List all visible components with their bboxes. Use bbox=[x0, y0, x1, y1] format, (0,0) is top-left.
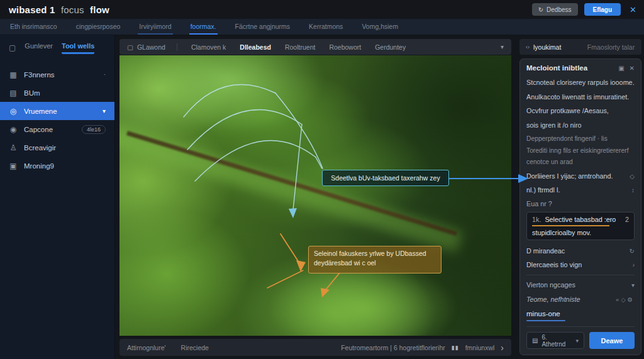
sidebar-item-1-label: BUm bbox=[24, 89, 40, 97]
toolbar-item-4[interactable]: Roebowort bbox=[329, 43, 361, 51]
close-icon[interactable]: ✕ bbox=[630, 5, 636, 14]
logo-part-2: focus bbox=[61, 4, 84, 15]
attachment-field[interactable]: ▤ 6. Athetrnd ▾ bbox=[526, 332, 584, 349]
toolbar-item-2-active[interactable]: Dlleabesd bbox=[240, 43, 271, 51]
blue-annotation-label[interactable]: Sdeetlva bUv-taksbaed taxerahw zey bbox=[322, 170, 449, 186]
panel-tab-1[interactable]: Fmaoslorty talar bbox=[580, 43, 641, 51]
card-divider bbox=[526, 275, 635, 275]
layers-icon: ▤ bbox=[9, 89, 18, 97]
primary-header-button-label: Eflagu bbox=[593, 6, 613, 13]
dot-indicator: · bbox=[104, 71, 106, 78]
logo-part-1: wibased 1 bbox=[9, 4, 55, 15]
card-dim-2: cenotce un arad bbox=[526, 158, 635, 166]
diamond-icon[interactable]: ◇ bbox=[630, 173, 635, 180]
sidebar-item-5[interactable]: ▣ Mroning9 bbox=[0, 157, 114, 175]
updown-icon[interactable]: ↕ bbox=[631, 187, 635, 194]
panel-tab-0-label: lyoukimat bbox=[533, 43, 561, 51]
inspector-card: Mecloiont inibtlea ▣ ✕ Stcnoteal clorise… bbox=[519, 58, 641, 355]
highlighted-entry-box[interactable]: 1k. Selective tabasbad :ero 2 stupidlcri… bbox=[526, 212, 635, 240]
orange-underline bbox=[532, 225, 609, 226]
database-button[interactable]: ↻ Dedbess bbox=[532, 3, 578, 16]
right-panel: ‹› lyoukimat Fmaoslorty talar Mecloiont … bbox=[516, 35, 644, 359]
sidebar-item-0[interactable]: ▦ F3nnerns · bbox=[0, 65, 114, 84]
card-row-2[interactable]: D mirandeac ↻ bbox=[526, 247, 635, 255]
statusbar-item-0[interactable]: Attirnognlure' bbox=[127, 344, 166, 351]
statusbar-item-1[interactable]: Rireciede bbox=[181, 344, 209, 351]
canvas-toolbar: ▢ GLawond Clamoven k Dlleabesd Rooltruen… bbox=[119, 39, 511, 55]
toolbar-item-3[interactable]: Rooltruent bbox=[285, 43, 315, 51]
sidebar-item-3-label: Capcone bbox=[24, 126, 53, 133]
calendar-icon: ▣ bbox=[9, 162, 18, 170]
nav-item-1[interactable]: cingpiesrposeo bbox=[75, 19, 122, 35]
header-actions: ↻ Dedbess Eflagu ✕ bbox=[532, 3, 636, 16]
sidebar-item-5-label: Mroning9 bbox=[24, 162, 54, 170]
folder-icon: ▢ bbox=[9, 43, 16, 52]
highlight-prefix: 1k. bbox=[532, 216, 541, 223]
pause-icon[interactable]: ▮▮ bbox=[452, 345, 459, 351]
sidebar-item-2-label: Vruemene bbox=[24, 108, 57, 115]
nav-item-6[interactable]: Vomg,hsiem bbox=[360, 19, 399, 35]
nav-item-2[interactable]: Irviryiimord bbox=[138, 19, 172, 35]
primary-header-button[interactable]: Eflagu bbox=[584, 3, 621, 16]
section-row-1[interactable]: Teome, nefhtniste «◇⚙ bbox=[526, 295, 635, 303]
chevron-right-small-icon[interactable]: › bbox=[633, 262, 635, 268]
card-paragraph-0: Stcnoteal cloriserey rarpuls iooome. bbox=[526, 78, 635, 87]
card-footer-divider bbox=[526, 326, 635, 327]
nav-item-5[interactable]: Kerratmons bbox=[308, 19, 344, 35]
toolbar-item-0[interactable]: ▢ GLawond bbox=[127, 43, 177, 51]
card-row-1[interactable]: nl.) ftrmdl l. ↕ bbox=[526, 186, 635, 194]
toolbar-item-5[interactable]: Gerduntey bbox=[375, 43, 406, 51]
logo-part-3: flow bbox=[90, 4, 109, 15]
section-tool-icons[interactable]: «◇⚙ bbox=[616, 296, 635, 303]
statusbar-right: Feutromeartorm | 6 hogretitflorierihr ▮▮… bbox=[341, 343, 504, 353]
highlight-count: 2 bbox=[625, 216, 629, 223]
statusbar-info: Feutromeartorm | 6 hogretitflorierihr bbox=[341, 344, 445, 351]
toolbar-item-1[interactable]: Clamoven k bbox=[191, 43, 226, 51]
nav-item-4[interactable]: Fäcrtne angjnurms bbox=[234, 19, 292, 35]
attachment-caret-icon: ▾ bbox=[575, 338, 579, 344]
main-nav: Eth insrimansco cingpiesrposeo Irviryiim… bbox=[0, 19, 644, 35]
card-row-1-label: nl.) ftrmdl l. bbox=[526, 186, 560, 194]
card-dim-0: Depperptendont fingenif · lis bbox=[526, 135, 635, 143]
section-row-0[interactable]: Vierton ngcages ▾ bbox=[526, 281, 635, 289]
image-canvas[interactable] bbox=[119, 55, 511, 336]
statusbar-info-2: fmniunxwl bbox=[465, 344, 495, 351]
sidebar-item-1[interactable]: ▤ BUm bbox=[0, 84, 114, 102]
sidebar-tab-0[interactable]: Gunlever bbox=[25, 42, 53, 54]
card-row-0[interactable]: Dorliieers I yijac; arntrohand. ◇ bbox=[526, 172, 635, 180]
orange-annotation-line-2: deydäresbad wi c oel bbox=[314, 258, 436, 268]
send-button[interactable]: Deawe bbox=[589, 332, 635, 349]
copy-icon[interactable]: ▣ bbox=[618, 65, 624, 72]
orange-annotation-label[interactable]: Seleinol fakuskers yrlwe by UDbassed dey… bbox=[308, 246, 441, 273]
sidebar-item-4[interactable]: ♙ Bcreavigir bbox=[0, 138, 114, 157]
card-question: Eua nr ? bbox=[526, 200, 635, 207]
card-close-icon[interactable]: ✕ bbox=[630, 65, 635, 72]
link-underline bbox=[526, 320, 565, 321]
minus-one-link[interactable]: minus-one bbox=[526, 310, 635, 318]
grid-icon: ▦ bbox=[9, 70, 18, 79]
toolbar-chevron-down-icon[interactable]: ▾ bbox=[501, 43, 504, 50]
nav-item-0[interactable]: Eth insrimansco bbox=[9, 19, 58, 35]
panel-tab-0-active[interactable]: ‹› lyoukimat bbox=[519, 43, 580, 51]
section-row-1-label: Teome, nefhtniste bbox=[526, 295, 580, 303]
card-paragraph-3: sois igren it /o niro bbox=[526, 121, 635, 130]
highlight-text: Selective tabasbad :ero bbox=[545, 216, 616, 223]
card-row-3-label: Dlercaeeis tio vign bbox=[526, 261, 582, 268]
sidebar-tab-1-active[interactable]: Tool wells bbox=[62, 42, 94, 54]
moss-highlight bbox=[135, 55, 324, 134]
sidebar-tabs: ▢ Gunlever Tool wells bbox=[0, 38, 114, 58]
sidebar-item-3[interactable]: ◉ Capcone 4le16 bbox=[0, 120, 114, 138]
card-footer: ▤ 6. Athetrnd ▾ Deawe bbox=[526, 332, 635, 349]
section-chevron-down-icon[interactable]: ▾ bbox=[631, 282, 635, 289]
sidebar-item-2-active[interactable]: ◎ Vruemene ▾ bbox=[0, 102, 114, 120]
refresh-small-icon[interactable]: ↻ bbox=[630, 248, 635, 255]
card-header: Mecloiont inibtlea ▣ ✕ bbox=[526, 64, 635, 72]
chevron-right-icon[interactable]: › bbox=[501, 343, 504, 353]
card-header-icons: ▣ ✕ bbox=[618, 65, 635, 72]
app-logo: wibased 1 focus flow bbox=[9, 4, 109, 15]
highlight-line-2: stupidlcrioalby mov. bbox=[532, 229, 629, 236]
highlight-line-1: 1k. Selective tabasbad :ero 2 bbox=[532, 216, 629, 223]
card-row-3[interactable]: Dlercaeeis tio vign › bbox=[526, 261, 635, 268]
nav-item-3-active[interactable]: foormax. bbox=[189, 19, 218, 35]
chevron-down-icon: ▾ bbox=[103, 108, 106, 114]
